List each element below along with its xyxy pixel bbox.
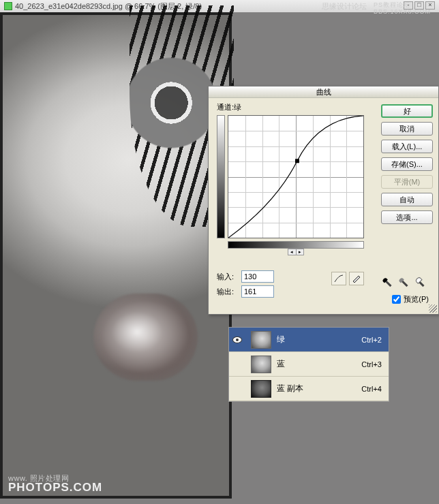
- channels-panel: 绿 Ctrl+2 蓝 Ctrl+3 蓝 副本 Ctrl+4: [228, 327, 389, 402]
- output-label: 输出:: [217, 287, 241, 297]
- curve-line: [228, 116, 363, 238]
- photo-content: [3, 15, 229, 496]
- channel-row-green[interactable]: 绿 Ctrl+2: [229, 328, 389, 352]
- preview-checkbox-row[interactable]: 预览(P): [392, 294, 429, 304]
- channel-row-blue-copy[interactable]: 蓝 副本 Ctrl+4: [229, 377, 389, 401]
- eyedropper-black-icon[interactable]: [382, 277, 397, 292]
- curve-point-icon: [295, 159, 299, 163]
- io-fields: 输入: 输出:: [217, 270, 274, 300]
- channel-thumbnail: [251, 380, 271, 398]
- channel-thumbnail: [251, 356, 271, 373]
- curve-pencil-tool-icon[interactable]: [349, 272, 364, 285]
- curve-point-tool-icon[interactable]: [331, 272, 346, 285]
- image-canvas[interactable]: www. 照片处理网 PHOTOPS.COM: [0, 12, 232, 499]
- curves-dialog: 曲线 通道:绿: [208, 86, 439, 315]
- channel-row-blue[interactable]: 蓝 Ctrl+3: [229, 352, 389, 377]
- dialog-title: 曲线: [209, 86, 438, 98]
- channel-name: 蓝: [277, 358, 361, 370]
- cancel-button[interactable]: 取消: [381, 122, 433, 136]
- input-field[interactable]: [241, 270, 274, 283]
- resize-grip-icon[interactable]: [429, 304, 437, 313]
- smooth-button: 平滑(M): [381, 175, 433, 189]
- preview-checkbox[interactable]: [392, 295, 401, 304]
- channel-shortcut: Ctrl+2: [361, 336, 382, 344]
- midpoint-slider[interactable]: ◂ ▸: [288, 249, 304, 255]
- visibility-eye-icon[interactable]: [232, 336, 242, 343]
- channel-value[interactable]: 绿: [234, 103, 241, 111]
- channel-shortcut: Ctrl+3: [361, 360, 382, 368]
- output-gradient-strip: [217, 115, 225, 238]
- dialog-button-column: 好 取消 载入(L)... 存储(S)... 平滑(M) 自动 选项...: [381, 104, 433, 224]
- page-watermark-top: 思缘设计论坛 PS教程论坛 BBS.16XX8.COM: [322, 1, 431, 15]
- preview-label: 预览(P): [404, 294, 429, 304]
- channel-name: 蓝 副本: [277, 383, 361, 394]
- channel-name: 绿: [277, 334, 361, 345]
- document-icon: [4, 2, 12, 10]
- channel-shortcut: Ctrl+4: [361, 385, 382, 393]
- photo-watermark-big: PHOTOPS.COM: [8, 481, 102, 494]
- input-gradient-strip: [228, 241, 364, 249]
- curve-tool-icons: [331, 272, 364, 285]
- auto-button[interactable]: 自动: [381, 193, 433, 206]
- options-button[interactable]: 选项...: [381, 210, 433, 224]
- watermark-text: PS教程论坛 BBS.16XX8.COM: [374, 1, 431, 15]
- channel-label: 通道:: [217, 103, 234, 111]
- watermark-text: 思缘设计论坛: [322, 1, 367, 15]
- channel-thumbnail: [251, 331, 271, 349]
- load-button[interactable]: 载入(L)...: [381, 140, 433, 153]
- output-field[interactable]: [241, 285, 274, 298]
- app-window: 40_2623_e31e042de8293cd.jpg @ 66.7% (图层 …: [0, 0, 439, 504]
- eyedropper-white-icon[interactable]: [414, 277, 430, 292]
- save-button[interactable]: 存储(S)...: [381, 157, 433, 171]
- input-label: 输入:: [217, 272, 241, 282]
- ok-button[interactable]: 好: [381, 104, 433, 118]
- curves-graph[interactable]: [228, 115, 364, 238]
- eyedropper-group: [384, 279, 427, 289]
- eyedropper-gray-icon[interactable]: [398, 277, 414, 292]
